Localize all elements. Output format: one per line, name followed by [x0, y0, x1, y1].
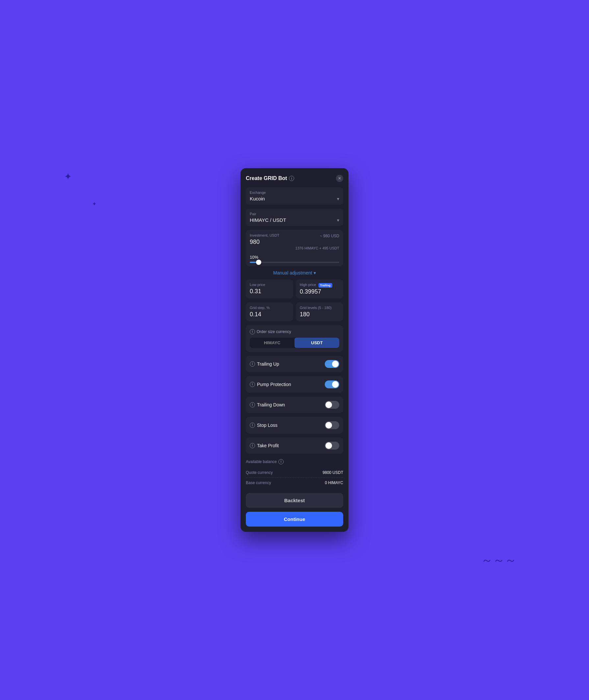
continue-button[interactable]: Continue	[246, 512, 343, 527]
investment-value: 980	[250, 238, 339, 245]
grid-levels-field[interactable]: Grid levels (5 - 180) 180	[296, 303, 343, 321]
pump-protection-info-icon[interactable]: i	[250, 382, 255, 387]
pair-dropdown-icon: ▾	[337, 217, 339, 223]
sparkle-icon-1: ✦	[64, 171, 72, 182]
investment-breakdown: 1376 HIMAYC + 495 USDT	[250, 246, 339, 250]
currency-toggle: HIMAYC USDT	[250, 338, 339, 348]
investment-usd: ~ 980 USD	[320, 234, 339, 238]
order-size-label: i Order size currency	[250, 329, 339, 334]
manual-adjustment-label: Manual adjustment	[273, 270, 312, 276]
investment-slider-section: 10%	[250, 253, 339, 263]
manual-adjustment-chevron: ▾	[314, 270, 316, 276]
trailing-down-knob	[326, 401, 332, 408]
currency-btn-usdt[interactable]: USDT	[294, 338, 339, 348]
grid-step-field[interactable]: Grid step, % 0.14	[246, 303, 293, 321]
pair-value: HIMAYC / USDT	[250, 217, 286, 223]
close-button[interactable]: ✕	[336, 175, 343, 182]
balance-info-icon[interactable]: i	[278, 459, 283, 464]
quote-currency-row: Quote currency 9800 USDT	[246, 468, 343, 478]
stop-loss-toggle[interactable]	[325, 421, 339, 429]
toggle-row-take-profit: i Take Profit	[246, 437, 343, 454]
quote-currency-label: Quote currency	[246, 470, 273, 475]
modal-header: Create GRID Bot i ✕	[246, 175, 343, 182]
grid-levels-value: 180	[300, 311, 339, 318]
base-currency-row: Base currency 0 HIMAYC	[246, 478, 343, 488]
modal-info-icon[interactable]: i	[289, 176, 294, 181]
slider-thumb[interactable]	[256, 260, 261, 265]
price-grid: Low price 0.31 High price Trailing 0.399…	[246, 280, 343, 298]
trailing-badge: Trailing	[319, 283, 332, 288]
trailing-up-info-icon[interactable]: i	[250, 361, 255, 367]
grid-levels-label: Grid levels (5 - 180)	[300, 306, 339, 310]
slider-percent: 10%	[250, 255, 339, 260]
available-balance-section: Available balance i Quote currency 9800 …	[246, 458, 343, 489]
trailing-up-label: i Trailing Up	[250, 361, 279, 367]
stop-loss-knob	[326, 422, 332, 428]
modal-title-text: Create GRID Bot	[246, 175, 287, 181]
pair-row: HIMAYC / USDT ▾	[250, 217, 339, 223]
base-currency-value: 0 HIMAYC	[325, 481, 343, 485]
take-profit-info-icon[interactable]: i	[250, 443, 255, 448]
quote-currency-value: 9800 USDT	[323, 470, 343, 475]
pump-protection-toggle[interactable]	[325, 380, 339, 388]
exchange-row: Kucoin ▾	[250, 196, 339, 201]
trailing-down-toggle[interactable]	[325, 401, 339, 409]
investment-field[interactable]: Investment, USDT ~ 980 USD 980 1376 HIMA…	[246, 230, 343, 266]
base-currency-label: Base currency	[246, 481, 271, 485]
exchange-value: Kucoin	[250, 196, 265, 201]
trailing-up-toggle[interactable]	[325, 360, 339, 368]
create-grid-bot-modal: Create GRID Bot i ✕ Exchange Kucoin ▾ Pa…	[240, 168, 349, 531]
modal-title: Create GRID Bot i	[246, 175, 294, 181]
trailing-down-label: i Trailing Down	[250, 402, 285, 407]
take-profit-label: i Take Profit	[250, 443, 279, 448]
grid-grid: Grid step, % 0.14 Grid levels (5 - 180) …	[246, 303, 343, 321]
slider-track[interactable]	[250, 261, 339, 263]
toggle-row-trailing-down: i Trailing Down	[246, 396, 343, 413]
pump-protection-knob	[332, 381, 339, 388]
low-price-value: 0.31	[250, 288, 289, 295]
pump-protection-label: i Pump Protection	[250, 382, 291, 387]
toggle-row-stop-loss: i Stop Loss	[246, 417, 343, 433]
grid-step-label: Grid step, %	[250, 306, 289, 310]
pair-label: Pair	[250, 212, 339, 216]
exchange-field[interactable]: Exchange Kucoin ▾	[246, 187, 343, 205]
investment-label-row: Investment, USDT ~ 980 USD	[250, 233, 339, 238]
order-size-info-icon[interactable]: i	[250, 329, 255, 334]
sparkle-icon-2: ✦	[92, 201, 96, 207]
take-profit-knob	[326, 442, 332, 449]
stop-loss-info-icon[interactable]: i	[250, 422, 255, 428]
stop-loss-label: i Stop Loss	[250, 422, 277, 428]
low-price-label: Low price	[250, 283, 289, 287]
exchange-dropdown-icon: ▾	[337, 196, 339, 201]
trailing-up-knob	[332, 361, 339, 367]
balance-title: Available balance i	[246, 459, 343, 464]
take-profit-toggle[interactable]	[325, 442, 339, 450]
high-price-value: 0.39957	[300, 288, 339, 295]
low-price-field[interactable]: Low price 0.31	[246, 280, 293, 298]
order-size-currency-section: i Order size currency HIMAYC USDT	[246, 325, 343, 352]
backtest-button[interactable]: Backtest	[246, 493, 343, 508]
currency-btn-himayc[interactable]: HIMAYC	[250, 338, 294, 348]
manual-adjustment-button[interactable]: Manual adjustment ▾	[273, 270, 316, 276]
exchange-label: Exchange	[250, 191, 339, 194]
toggle-row-trailing-up: i Trailing Up	[246, 356, 343, 372]
investment-label: Investment, USDT	[250, 233, 279, 237]
high-price-field[interactable]: High price Trailing 0.39957	[296, 280, 343, 298]
toggle-row-pump-protection: i Pump Protection	[246, 376, 343, 393]
squiggle-decoration: ～～～	[481, 552, 517, 568]
grid-step-value: 0.14	[250, 311, 289, 318]
high-price-label: High price Trailing	[300, 283, 339, 287]
trailing-down-info-icon[interactable]: i	[250, 402, 255, 407]
pair-field[interactable]: Pair HIMAYC / USDT ▾	[246, 209, 343, 226]
